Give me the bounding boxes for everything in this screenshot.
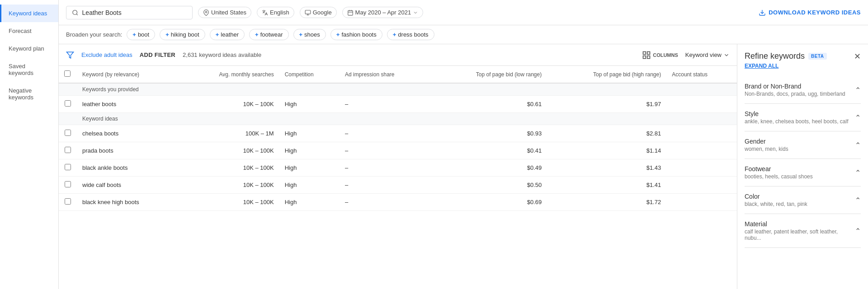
table-row: chelsea boots 100K – 1M High – $0.93 $2.… xyxy=(59,125,737,142)
row-avg-monthly: 10K – 100K xyxy=(180,142,279,159)
refine-section-header-material[interactable]: Material calf leather, patent leather, s… xyxy=(745,220,861,241)
refine-section-header-color[interactable]: Color black, white, red, tan, pink ⌃ xyxy=(745,193,861,207)
sidebar-item-keyword-ideas[interactable]: Keyword ideas xyxy=(0,5,58,22)
funnel-icon xyxy=(66,51,74,59)
broaden-chip-footwear[interactable]: + footwear xyxy=(249,29,288,40)
broaden-chip-shoes[interactable]: + shoes xyxy=(293,29,326,40)
row-checkbox[interactable] xyxy=(65,100,71,107)
row-ad-impression: – xyxy=(340,142,431,159)
refine-section-sub-brand: Non-Brands, docs, prada, ugg, timberland xyxy=(745,91,845,97)
svg-line-1 xyxy=(76,14,78,15)
row-checkbox-cell[interactable] xyxy=(59,177,77,194)
refine-section-title-footwear: Footwear xyxy=(745,165,813,172)
broaden-bar: Broaden your search: + boot + hiking boo… xyxy=(59,25,868,44)
row-checkbox-cell[interactable] xyxy=(59,142,77,159)
row-avg-monthly: 100K – 1M xyxy=(180,125,279,142)
search-container xyxy=(66,6,193,19)
refine-section-title-color: Color xyxy=(745,193,807,200)
broaden-chip-boot[interactable]: + boot xyxy=(127,29,155,40)
calendar-icon xyxy=(347,9,354,16)
row-checkbox-cell[interactable] xyxy=(59,125,77,142)
platform-chip[interactable]: Google xyxy=(300,7,337,18)
download-icon xyxy=(759,9,766,16)
refine-section-sub-style: ankle, knee, chelsea boots, heel boots, … xyxy=(745,118,848,125)
refine-section-header-footwear[interactable]: Footwear booties, heels, casual shoes ⌃ xyxy=(745,165,861,180)
row-keyword: leather boots xyxy=(77,96,180,113)
sidebar-item-negative-keywords-label: Negative keywords xyxy=(9,87,51,101)
sidebar-item-saved-keywords[interactable]: Saved keywords xyxy=(0,57,58,82)
date-range-chip[interactable]: May 2020 – Apr 2021 xyxy=(342,7,424,18)
chevron-down-icon-view xyxy=(723,52,730,58)
chevron-icon-gender: ⌃ xyxy=(855,141,861,149)
row-keyword: prada boots xyxy=(77,142,180,159)
sidebar-item-forecast[interactable]: Forecast xyxy=(0,22,58,40)
sidebar-item-negative-keywords[interactable]: Negative keywords xyxy=(0,82,58,106)
plus-icon-fashion-boots: + xyxy=(336,31,340,38)
broaden-label: Broaden your search: xyxy=(66,31,122,38)
row-account-status xyxy=(666,96,737,113)
sidebar-item-keyword-plan[interactable]: Keyword plan xyxy=(0,40,58,57)
refine-section-sub-color: black, white, red, tan, pink xyxy=(745,201,807,207)
row-checkbox[interactable] xyxy=(65,130,71,136)
refine-section-brand: Brand or Non-Brand Non-Brands, docs, pra… xyxy=(745,76,861,104)
row-keyword: black ankle boots xyxy=(77,159,180,177)
top-bar: United States English Google xyxy=(59,0,868,25)
keyword-view-label: Keyword view xyxy=(685,51,722,58)
main-content: United States English Google xyxy=(59,0,868,289)
row-top-high: $1.97 xyxy=(547,96,666,113)
row-checkbox-cell[interactable] xyxy=(59,96,77,113)
row-ad-impression: – xyxy=(340,96,431,113)
refine-section-title-style: Style xyxy=(745,110,848,117)
broaden-chip-dress-boots[interactable]: + dress boots xyxy=(387,29,434,40)
refine-section-header-gender[interactable]: Gender women, men, kids ⌃ xyxy=(745,138,861,152)
refine-panel: Refine keywords BETA ✕ EXPAND ALL Brand … xyxy=(737,44,868,289)
row-checkbox[interactable] xyxy=(65,147,71,153)
row-competition: High xyxy=(279,142,340,159)
date-range-label: May 2020 – Apr 2021 xyxy=(355,9,411,16)
add-filter-button[interactable]: ADD FILTER xyxy=(140,51,175,58)
row-checkbox[interactable] xyxy=(65,198,71,205)
location-label: United States xyxy=(211,9,246,16)
row-checkbox[interactable] xyxy=(65,181,71,187)
table-section-row: Keywords you provided xyxy=(59,83,737,96)
row-competition: High xyxy=(279,194,340,211)
row-top-high: $1.43 xyxy=(547,159,666,177)
row-checkbox-cell[interactable] xyxy=(59,159,77,177)
keyword-view-button[interactable]: Keyword view xyxy=(685,51,730,58)
chevron-icon-material: ⌃ xyxy=(855,227,861,235)
search-input[interactable] xyxy=(82,9,187,16)
broaden-chip-fashion-boots[interactable]: + fashion boots xyxy=(330,29,382,40)
th-select-all[interactable] xyxy=(59,66,77,83)
location-chip[interactable]: United States xyxy=(198,7,251,18)
table-row: black knee high boots 10K – 100K High – … xyxy=(59,194,737,211)
row-checkbox[interactable] xyxy=(65,164,71,170)
th-top-low: Top of page bid (low range) xyxy=(431,66,547,83)
refine-sections: Brand or Non-Brand Non-Brands, docs, pra… xyxy=(745,76,861,248)
filter-funnel-button[interactable] xyxy=(66,51,74,59)
language-chip[interactable]: English xyxy=(257,7,294,18)
refine-section-sub-footwear: booties, heels, casual shoes xyxy=(745,173,813,180)
select-all-checkbox[interactable] xyxy=(64,70,71,77)
row-keyword: black knee high boots xyxy=(77,194,180,211)
close-refine-panel-button[interactable]: ✕ xyxy=(854,52,861,61)
refine-section-header-style[interactable]: Style ankle, knee, chelsea boots, heel b… xyxy=(745,110,861,125)
th-keyword: Keyword (by relevance) xyxy=(77,66,180,83)
chevron-icon-style: ⌃ xyxy=(855,113,861,122)
refine-section-header-brand[interactable]: Brand or Non-Brand Non-Brands, docs, pra… xyxy=(745,83,861,97)
plus-icon-footwear: + xyxy=(255,31,259,38)
row-checkbox-cell[interactable] xyxy=(59,194,77,211)
row-ad-impression: – xyxy=(340,194,431,211)
chevron-icon-footwear: ⌃ xyxy=(855,168,861,177)
plus-icon-dress-boots: + xyxy=(393,31,396,38)
broaden-chip-leather[interactable]: + leather xyxy=(210,29,245,40)
row-keyword: chelsea boots xyxy=(77,125,180,142)
svg-rect-13 xyxy=(647,51,650,54)
table-section: Exclude adult ideas ADD FILTER 2,631 key… xyxy=(59,44,737,289)
refine-title: Refine keywords xyxy=(745,51,805,61)
exclude-adult-button[interactable]: Exclude adult ideas xyxy=(81,51,132,58)
broaden-chip-hiking-boot[interactable]: + hiking boot xyxy=(160,29,205,40)
table-row: leather boots 10K – 100K High – $0.61 $1… xyxy=(59,96,737,113)
expand-all-button[interactable]: EXPAND ALL xyxy=(745,63,861,69)
download-button[interactable]: DOWNLOAD KEYWORD IDEAS xyxy=(759,9,861,16)
columns-button[interactable]: COLUMNS xyxy=(642,51,678,60)
